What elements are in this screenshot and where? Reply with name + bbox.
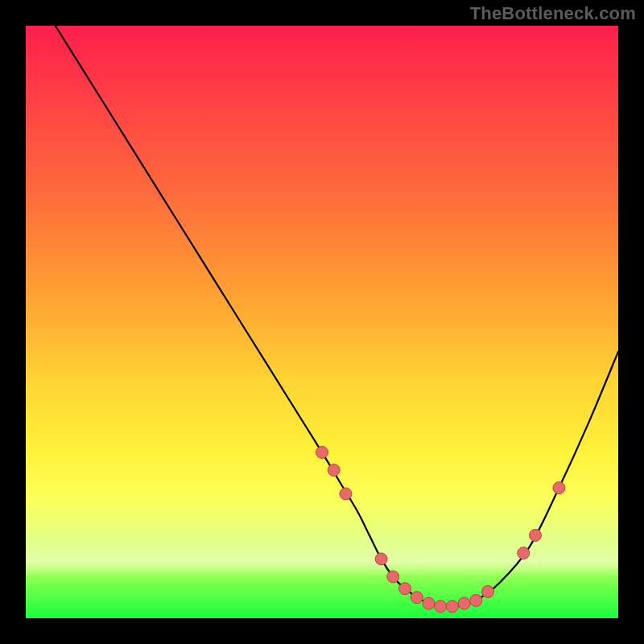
chart-frame: TheBottleneck.com	[0, 0, 644, 644]
curve-marker	[411, 592, 423, 604]
curve-marker	[470, 594, 482, 606]
curve-markers	[316, 446, 565, 612]
curve-marker	[375, 553, 387, 565]
curve-svg	[26, 26, 618, 618]
bottleneck-curve	[56, 26, 618, 607]
curve-marker	[328, 464, 340, 477]
curve-marker	[399, 583, 411, 595]
curve-marker	[482, 585, 494, 597]
curve-marker	[435, 601, 447, 613]
curve-marker	[446, 601, 458, 613]
curve-marker	[423, 597, 435, 609]
plot-area	[26, 26, 618, 618]
curve-marker	[529, 529, 541, 541]
curve-marker	[518, 547, 530, 559]
curve-marker	[340, 488, 352, 500]
curve-marker	[458, 597, 470, 609]
watermark-label: TheBottleneck.com	[470, 3, 636, 24]
curve-marker	[387, 571, 399, 583]
curve-marker	[316, 446, 328, 458]
curve-marker	[553, 482, 565, 494]
